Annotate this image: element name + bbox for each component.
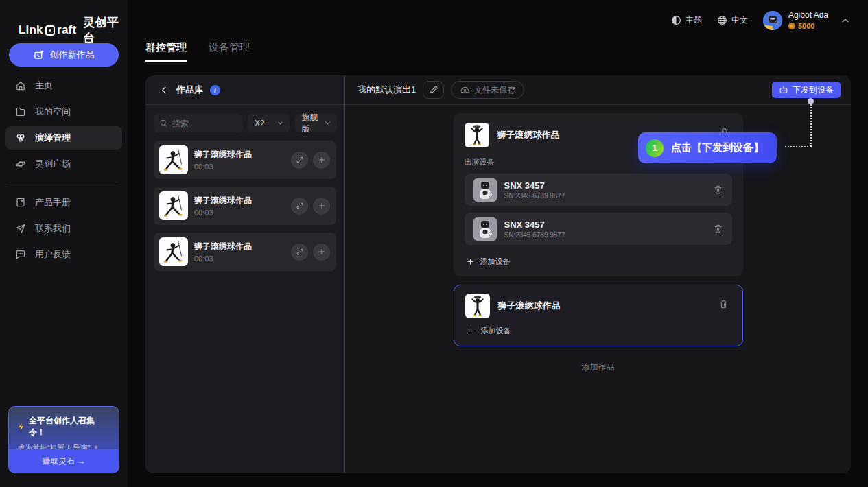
lightning-icon xyxy=(17,423,25,431)
brand-prefix: Link xyxy=(19,23,43,37)
library-controls: X2 旗舰版 xyxy=(145,105,344,141)
language-label: 中文 xyxy=(731,14,748,26)
plus-icon xyxy=(467,258,474,265)
delete-work-button[interactable] xyxy=(718,299,729,309)
brand-platform: 灵创平台 xyxy=(83,14,128,46)
promo-title: 全平台创作人召集令！ xyxy=(29,415,110,438)
add-device-label: 添加设备 xyxy=(481,326,511,336)
tab-group-control[interactable]: 群控管理 xyxy=(145,41,187,62)
sidebar-item-user-feedback[interactable]: 用户反馈 xyxy=(5,243,122,266)
work-title: 狮子滚绣球作品 xyxy=(194,195,252,206)
work-actions xyxy=(291,152,330,169)
tab-device-management[interactable]: 设备管理 xyxy=(209,41,250,62)
sidebar-nav: 主页 我的空间 演绎管理 灵创广场 产品手册 联系我们 xyxy=(5,74,122,269)
sidebar: Link raft 灵创平台 创作新作品 主页 我的空间 xyxy=(0,0,128,487)
work-thumbnail xyxy=(159,145,188,174)
search-icon xyxy=(159,119,168,128)
earn-gems-button[interactable]: 赚取灵石 → xyxy=(9,449,119,473)
speed-filter-select[interactable]: X2 xyxy=(248,114,290,132)
create-new-work-button[interactable]: 创作新作品 xyxy=(9,43,119,67)
theme-icon xyxy=(671,15,681,25)
work-thumbnail xyxy=(465,294,490,318)
device-name: SNX 3457 xyxy=(504,180,565,191)
app-logo: Link raft 灵创平台 xyxy=(19,14,128,46)
sidebar-item-label: 演绎管理 xyxy=(35,132,71,144)
show-work-card-selected[interactable]: 狮子滚绣球作品 添加设备 xyxy=(454,285,743,346)
deploy-to-device-button[interactable]: 下发到设备 xyxy=(772,82,841,98)
main-tabs: 群控管理 设备管理 xyxy=(145,41,250,62)
library-list-item[interactable]: 狮子滚绣球作品 00:03 xyxy=(154,187,336,225)
promo-card: 全平台创作人召集令！ 成为首批“机器人导演” ！ 赚取灵石 → xyxy=(8,406,119,473)
back-arrow-icon[interactable] xyxy=(159,85,169,95)
connector-vertical-line xyxy=(810,104,812,147)
onboarding-tooltip: 1 点击【下发到设备】 xyxy=(638,132,777,163)
device-name: SNX 3457 xyxy=(504,219,565,230)
card-header: 狮子滚绣球作品 xyxy=(465,294,731,318)
library-list-item[interactable]: 狮子滚绣球作品 00:03 xyxy=(154,141,336,179)
device-row[interactable]: SNX 3457 SN:2345 6789 9877 xyxy=(465,174,732,206)
chevron-up-icon[interactable] xyxy=(841,16,850,25)
connector-dot xyxy=(808,98,814,104)
expand-work-button[interactable] xyxy=(291,152,308,169)
create-icon xyxy=(34,50,44,60)
rename-show-button[interactable] xyxy=(423,81,444,99)
card-work-title: 狮子滚绣球作品 xyxy=(497,129,560,141)
tooltip-text: 点击【下发到设备】 xyxy=(671,141,764,154)
user-name: Agibot Ada xyxy=(788,10,828,20)
device-avatar xyxy=(473,217,497,241)
expand-work-button[interactable] xyxy=(291,198,308,215)
search-box[interactable] xyxy=(154,114,242,132)
robot-icon xyxy=(779,85,788,95)
remove-device-button[interactable] xyxy=(713,224,723,234)
sidebar-item-my-space[interactable]: 我的空间 xyxy=(5,100,122,123)
add-work-button[interactable]: 添加作品 xyxy=(582,361,615,373)
app-window: Link raft 灵创平台 创作新作品 主页 我的空间 xyxy=(0,0,868,487)
model-filter-select[interactable]: 旗舰版 xyxy=(295,114,337,132)
editor-header: 我的默认演出1 文件未保存 下发到设备 xyxy=(345,75,851,105)
speed-filter-value: X2 xyxy=(255,119,265,128)
expand-work-button[interactable] xyxy=(291,244,308,261)
work-thumbnail xyxy=(159,237,188,266)
user-menu[interactable]: Agibot Ada 5000 xyxy=(763,10,828,30)
device-avatar xyxy=(473,178,497,202)
add-work-to-show-button[interactable] xyxy=(313,152,330,169)
robot-face-icon xyxy=(45,25,55,36)
sidebar-item-contact-us[interactable]: 联系我们 xyxy=(5,217,122,240)
add-device-button[interactable]: 添加设备 xyxy=(465,321,513,337)
performance-masks-icon xyxy=(15,132,26,143)
create-button-label: 创作新作品 xyxy=(50,49,95,61)
work-meta: 狮子滚绣球作品 00:03 xyxy=(194,149,252,171)
sidebar-item-label: 我的空间 xyxy=(35,106,71,118)
work-actions xyxy=(291,244,330,261)
plus-icon xyxy=(467,327,475,335)
sidebar-item-home[interactable]: 主页 xyxy=(5,74,122,97)
sidebar-item-performance-management[interactable]: 演绎管理 xyxy=(5,126,122,150)
add-device-button[interactable]: 添加设备 xyxy=(465,252,513,268)
device-row[interactable]: SNX 3457 SN:2345 6789 9877 xyxy=(465,213,732,245)
home-icon xyxy=(15,80,26,91)
sidebar-item-label: 用户反馈 xyxy=(35,248,71,261)
sidebar-item-label: 产品手册 xyxy=(35,196,71,209)
add-work-to-show-button[interactable] xyxy=(313,244,330,261)
user-coins: 5000 xyxy=(788,22,828,30)
theme-toggle[interactable]: 主题 xyxy=(671,14,702,26)
work-meta: 狮子滚绣球作品 00:03 xyxy=(194,195,252,217)
add-work-to-show-button[interactable] xyxy=(313,198,330,215)
search-input[interactable] xyxy=(172,119,237,128)
manual-book-icon xyxy=(15,197,26,208)
work-duration: 00:03 xyxy=(194,254,252,263)
work-meta: 狮子滚绣球作品 00:03 xyxy=(194,241,252,263)
remove-device-button[interactable] xyxy=(713,185,723,195)
library-header: 作品库 i xyxy=(145,75,344,105)
chevron-down-icon xyxy=(277,119,284,127)
sidebar-item-product-manual[interactable]: 产品手册 xyxy=(5,191,122,214)
device-serial: SN:2345 6789 9877 xyxy=(504,231,565,239)
sidebar-item-creator-plaza[interactable]: 灵创广场 xyxy=(5,152,122,176)
library-list-item[interactable]: 狮子滚绣球作品 00:03 xyxy=(154,233,336,271)
add-device-label: 添加设备 xyxy=(480,257,511,267)
save-status-pill[interactable]: 文件未保存 xyxy=(451,81,524,99)
work-thumbnail xyxy=(465,123,489,147)
info-icon[interactable]: i xyxy=(210,85,220,95)
work-duration: 00:03 xyxy=(194,209,252,217)
language-switcher[interactable]: 中文 xyxy=(717,14,748,26)
